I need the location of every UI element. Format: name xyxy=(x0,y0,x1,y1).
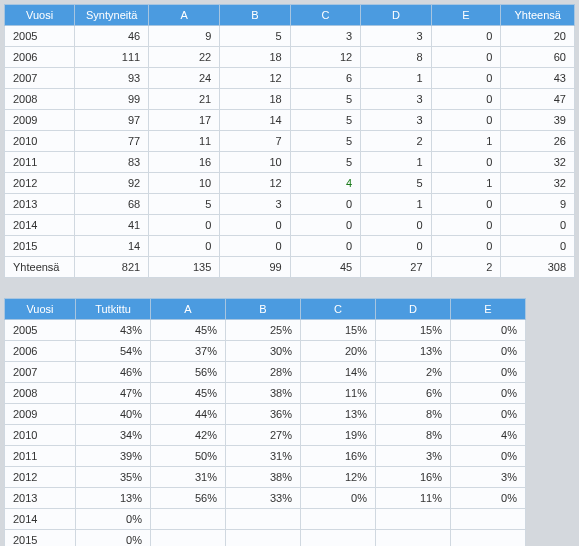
cell-a: 21 xyxy=(149,89,220,110)
cell-e: 3% xyxy=(451,467,526,488)
cell-d: 1 xyxy=(361,194,431,215)
cell-year: 2006 xyxy=(5,47,75,68)
cell-tutkittu: 40% xyxy=(76,404,151,425)
cell-c: 11% xyxy=(301,383,376,404)
cell-syntyneita: 92 xyxy=(75,173,149,194)
cell-yhteensa: 20 xyxy=(501,26,575,47)
cell-d: 1 xyxy=(361,152,431,173)
cell-a: 0 xyxy=(149,215,220,236)
cell-year: 2010 xyxy=(5,425,76,446)
cell-syntyneita: 77 xyxy=(75,131,149,152)
cell-a: 42% xyxy=(151,425,226,446)
cell-a: 31% xyxy=(151,467,226,488)
cell-syntyneita: 41 xyxy=(75,215,149,236)
table-row: 200793241261043 xyxy=(5,68,575,89)
cell-e: 0 xyxy=(431,47,501,68)
cell-year: 2015 xyxy=(5,530,76,547)
cell-year: 2010 xyxy=(5,131,75,152)
cell-d: 11% xyxy=(376,488,451,509)
cell-b: 7 xyxy=(220,131,290,152)
cell-d: 3 xyxy=(361,89,431,110)
cell-e: 0 xyxy=(431,194,501,215)
cell-a: 56% xyxy=(151,362,226,383)
cell-year: 2009 xyxy=(5,110,75,131)
table-row: 201514000000 xyxy=(5,236,575,257)
cell-b: 38% xyxy=(226,383,301,404)
cell-year: 2011 xyxy=(5,446,76,467)
cell-d: 3 xyxy=(361,26,431,47)
cell-b: 36% xyxy=(226,404,301,425)
cell-e xyxy=(451,530,526,547)
cell-a: 11 xyxy=(149,131,220,152)
cell-yhteensa: 39 xyxy=(501,110,575,131)
cell-e xyxy=(451,509,526,530)
cell-e: 4% xyxy=(451,425,526,446)
cell-d: 3% xyxy=(376,446,451,467)
cell-syntyneita: 99 xyxy=(75,89,149,110)
cell-tutkittu: 13% xyxy=(76,488,151,509)
table-row: 201292101245132 xyxy=(5,173,575,194)
cell-e: 0 xyxy=(431,68,501,89)
cell-year: 2007 xyxy=(5,362,76,383)
cell-yhteensa: 0 xyxy=(501,215,575,236)
cell-c: 0 xyxy=(290,236,360,257)
cell-c: 15% xyxy=(301,320,376,341)
cell-c: 6 xyxy=(290,68,360,89)
cell-e: 1 xyxy=(431,131,501,152)
cell-a xyxy=(151,530,226,547)
table-row: 201034%42%27%19%8%4% xyxy=(5,425,526,446)
cell-b: 38% xyxy=(226,467,301,488)
cell-syntyneita: 93 xyxy=(75,68,149,89)
cell-year: 2007 xyxy=(5,68,75,89)
cell-yhteensa: 26 xyxy=(501,131,575,152)
cell-year: 2011 xyxy=(5,152,75,173)
cell-b xyxy=(226,509,301,530)
header-d: D xyxy=(376,299,451,320)
table-row: 20140% xyxy=(5,509,526,530)
cell-syntyneita: 111 xyxy=(75,47,149,68)
cell-a: 17 xyxy=(149,110,220,131)
cell-b: 28% xyxy=(226,362,301,383)
cell-tutkittu: 0% xyxy=(76,509,151,530)
table-row: 200940%44%36%13%8%0% xyxy=(5,404,526,425)
cell-a: 10 xyxy=(149,173,220,194)
cell-a: 37% xyxy=(151,341,226,362)
cell-year: 2013 xyxy=(5,488,76,509)
cell-tutkittu: 46% xyxy=(76,362,151,383)
cell-d: 16% xyxy=(376,467,451,488)
header-c: C xyxy=(290,5,360,26)
table-row: 20150% xyxy=(5,530,526,547)
cell-c: 12 xyxy=(290,47,360,68)
cell-year: 2006 xyxy=(5,341,76,362)
table-row: 201139%50%31%16%3%0% xyxy=(5,446,526,467)
cell-year: Yhteensä xyxy=(5,257,75,278)
cell-d: 8 xyxy=(361,47,431,68)
cell-c xyxy=(301,530,376,547)
cell-c: 5 xyxy=(290,152,360,173)
cell-year: 2014 xyxy=(5,215,75,236)
cell-e: 0% xyxy=(451,383,526,404)
cell-a: 0 xyxy=(149,236,220,257)
cell-tutkittu: 34% xyxy=(76,425,151,446)
header-e: E xyxy=(451,299,526,320)
cell-syntyneita: 821 xyxy=(75,257,149,278)
cell-b: 18 xyxy=(220,89,290,110)
table-row: 2005469533020 xyxy=(5,26,575,47)
cell-e: 0% xyxy=(451,320,526,341)
cell-a: 24 xyxy=(149,68,220,89)
cell-d: 2 xyxy=(361,131,431,152)
cell-d xyxy=(376,509,451,530)
cell-syntyneita: 83 xyxy=(75,152,149,173)
cell-a: 44% xyxy=(151,404,226,425)
cell-d: 3 xyxy=(361,110,431,131)
cell-year: 2005 xyxy=(5,320,76,341)
header-d: D xyxy=(361,5,431,26)
cell-d: 1 xyxy=(361,68,431,89)
cell-d: 8% xyxy=(376,425,451,446)
cell-tutkittu: 39% xyxy=(76,446,151,467)
table-row: 201368530109 xyxy=(5,194,575,215)
cell-yhteensa: 32 xyxy=(501,152,575,173)
cell-c: 19% xyxy=(301,425,376,446)
cell-a: 45% xyxy=(151,383,226,404)
cell-d: 5 xyxy=(361,173,431,194)
